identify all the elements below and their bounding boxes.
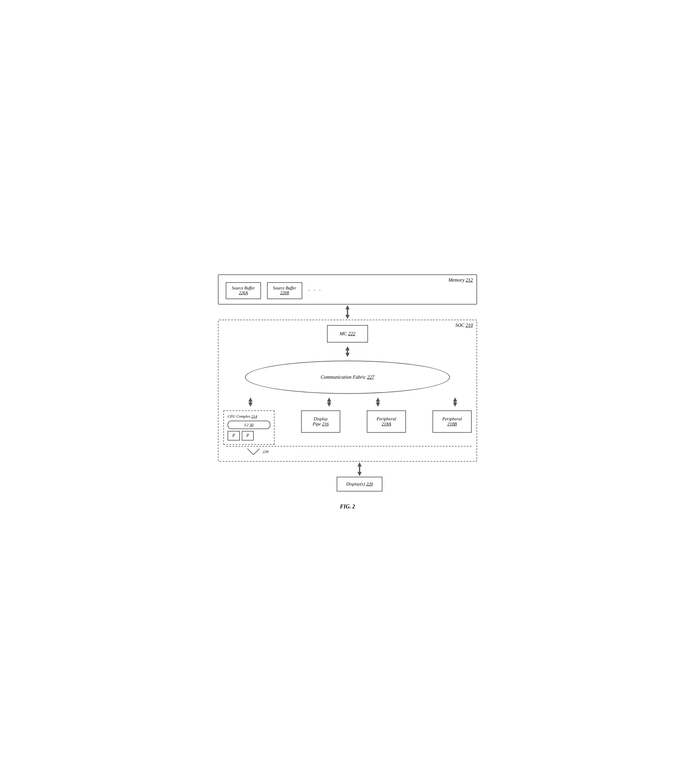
display-pipe-display-arrow — [218, 462, 477, 477]
bus-label-container: 228 — [226, 447, 472, 456]
peripheral-b-box: Peripheral218B — [432, 410, 472, 433]
peripheral-a-text: Peripheral — [377, 417, 396, 421]
mc-fabric-arrow — [223, 346, 472, 357]
dp-display-arrow-inner — [355, 462, 364, 477]
svg-rect-1 — [347, 309, 348, 315]
peripheral-b-wrapper: Peripheral218B — [432, 410, 472, 433]
peripheral-b-arrow-svg — [450, 397, 460, 407]
cpu-arrow-svg — [246, 397, 255, 407]
fabric-section: Communication Fabric 227 — [223, 361, 472, 394]
svg-line-18 — [247, 449, 253, 455]
source-buffer-b-line1: Source Buffer — [273, 286, 296, 290]
page: Memory 212 Source Buffer226A Source Buff… — [212, 268, 483, 516]
displays-text: Display(s) — [346, 481, 365, 486]
cpu-complex-label: CPU Complex 214 — [228, 414, 270, 419]
bus-section: 228 — [223, 446, 472, 456]
soc-box: SOC 210 MC 222 Communication Fabric — [218, 320, 477, 462]
svg-marker-2 — [345, 315, 350, 319]
source-buffer-a-line2: 226A — [239, 291, 248, 295]
mc-fabric-arrow-svg — [343, 346, 352, 357]
cpu-complex-num: 214 — [251, 414, 257, 418]
svg-marker-11 — [327, 403, 331, 407]
peripheral-b-num: 218B — [447, 422, 457, 427]
p-boxes-row: P P — [228, 431, 270, 441]
svg-rect-21 — [359, 466, 360, 472]
ellipsis: · · · — [308, 287, 322, 294]
p1-box: P — [228, 431, 240, 441]
l2-box: L2 30 — [228, 421, 270, 429]
bus-num-label: 228 — [263, 449, 269, 454]
displays-box: Display(s) 220 — [337, 477, 383, 491]
soc-num: 210 — [466, 323, 473, 328]
cpu-complex-box: CPU Complex 214 L2 30 P P — [223, 410, 274, 445]
l2-text: L2 — [245, 422, 249, 427]
fabric-ellipse: Communication Fabric 227 — [245, 361, 450, 394]
display-pipe-line1: Display — [314, 417, 328, 421]
fig-label: FIG. 2 — [218, 504, 477, 510]
display-pipe-num: 216 — [322, 422, 329, 427]
svg-marker-22 — [357, 472, 361, 476]
source-buffer-b-line2: 226B — [280, 291, 289, 295]
source-buffer-b-box: Source Buffer226B — [267, 282, 302, 299]
mem-soc-arrow — [218, 305, 477, 320]
mc-num: 222 — [348, 331, 355, 336]
peripheral-a-num: 218A — [381, 422, 391, 427]
source-buffers-row: Source Buffer226A Source Buffer226B · · … — [223, 280, 472, 300]
p1-text: P — [232, 433, 235, 438]
source-buffer-a-box: Source Buffer226A — [226, 282, 261, 299]
svg-marker-6 — [248, 397, 253, 402]
p2-box: P — [242, 431, 254, 441]
peripheral-b-arrow — [450, 397, 460, 407]
svg-marker-9 — [327, 397, 331, 402]
peripheral-b-text: Peripheral — [442, 417, 462, 421]
dp-display-arrow-svg — [355, 462, 364, 477]
display-pipe-wrapper: DisplayPipe 216 — [301, 410, 340, 433]
displays-section: Display(s) 220 — [242, 477, 477, 491]
fabric-text: Communication Fabric — [321, 374, 366, 380]
svg-marker-17 — [453, 403, 457, 407]
peripheral-a-arrow-svg — [373, 397, 383, 407]
svg-rect-4 — [347, 350, 348, 353]
diagram-container: Memory 212 Source Buffer226A Source Buff… — [212, 268, 483, 516]
cpu-arrow — [246, 397, 255, 407]
mc-text: MC — [340, 331, 347, 336]
svg-marker-3 — [345, 346, 350, 351]
memory-box: Memory 212 Source Buffer226A Source Buff… — [218, 274, 477, 305]
source-buffer-a-line1: Source Buffer — [232, 286, 255, 290]
svg-marker-14 — [376, 403, 380, 407]
soc-text: SOC — [455, 323, 465, 328]
components-section: CPU Complex 214 L2 30 P P — [223, 410, 472, 445]
svg-line-19 — [253, 449, 260, 455]
display-pipe-line2: Pipe — [312, 422, 321, 427]
peripheral-a-box: Peripheral218A — [367, 410, 406, 433]
svg-marker-15 — [453, 397, 457, 402]
svg-marker-20 — [357, 462, 361, 466]
svg-marker-0 — [345, 305, 350, 310]
fabric-num: 227 — [367, 374, 374, 380]
mc-section: MC 222 — [223, 325, 472, 343]
displays-num: 220 — [366, 481, 373, 486]
fig-label-text: FIG. 2 — [340, 504, 355, 510]
l2-num: 30 — [250, 422, 253, 427]
display-pipe-arrow — [325, 397, 334, 407]
cpu-complex-text: CPU Complex — [228, 414, 250, 418]
svg-marker-5 — [345, 353, 350, 357]
display-pipe-arrow-svg — [325, 397, 334, 407]
mem-soc-arrow-svg — [343, 305, 352, 320]
soc-label: SOC 210 — [455, 323, 473, 328]
bus-line — [226, 446, 472, 446]
peripheral-a-arrow — [373, 397, 383, 407]
svg-marker-8 — [248, 403, 253, 407]
memory-num: 212 — [466, 277, 473, 283]
peripheral-a-wrapper: Peripheral218A — [367, 410, 406, 433]
display-pipe-box: DisplayPipe 216 — [301, 410, 340, 433]
memory-text: Memory — [449, 277, 465, 283]
mc-box: MC 222 — [327, 325, 368, 343]
svg-marker-12 — [376, 397, 380, 402]
memory-label: Memory 212 — [449, 277, 473, 283]
bus-228-arrows-svg — [245, 447, 263, 456]
p2-text: P — [246, 433, 249, 438]
fabric-component-arrows — [223, 397, 472, 407]
